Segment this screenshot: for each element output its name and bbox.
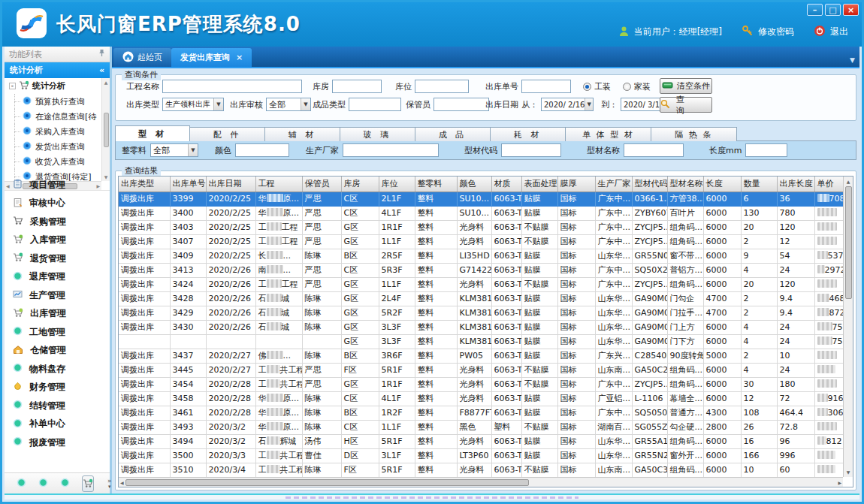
scroll-right-icon[interactable]: ▶ xyxy=(838,480,841,485)
overflow-chevron[interactable]: » ▾ xyxy=(107,478,112,490)
radio-gongzhuang[interactable] xyxy=(583,83,591,91)
location-input[interactable] xyxy=(415,80,469,93)
column-header[interactable]: 工程 xyxy=(255,177,302,192)
keeper-input[interactable] xyxy=(434,98,489,111)
table-row[interactable]: 调拨出库34092020/2/25长...陈琳B区2R5F整料LI35HD606… xyxy=(119,249,843,263)
minimize-button[interactable]: – xyxy=(807,4,823,16)
sidebar-item[interactable]: 退库管理 xyxy=(5,268,110,287)
tab-shipping-outbound-query[interactable]: 发货出库查询 × xyxy=(171,48,252,67)
tree-root[interactable]: - 统计分析 xyxy=(5,78,101,94)
sidebar-item[interactable]: 退货管理 xyxy=(5,249,110,268)
audit-select[interactable]: 全部▼ xyxy=(266,98,311,111)
tree-item[interactable]: 在途信息查询[待 xyxy=(5,109,101,124)
sidebar-item[interactable]: 财务管理 xyxy=(5,379,110,397)
table-row[interactable]: 调拨出库34072020/2/25工工程严思G区1L1F整料光身料6063-T5… xyxy=(119,234,843,249)
sidebar-item[interactable]: 补单中心 xyxy=(5,415,110,434)
column-header[interactable]: 生产厂家 xyxy=(595,177,632,192)
sidebar-section-stats[interactable]: 统计分析 « xyxy=(5,62,110,78)
table-row[interactable]: 调拨出库35002020/3/3工共工程曹佳D区3L1F整料LT3P606063… xyxy=(119,448,843,463)
sidebar-item[interactable]: 审核中心 xyxy=(5,195,110,213)
sidebar-item[interactable]: 物料盘存 xyxy=(5,360,110,379)
column-header[interactable]: 库位 xyxy=(379,177,415,192)
column-header[interactable]: 出库单号 xyxy=(170,177,206,192)
tree-vertical-scrollbar[interactable]: ▲ ▼ xyxy=(101,78,110,181)
column-header[interactable]: 出库长度 xyxy=(777,177,814,192)
date-from-picker[interactable]: 2020/ 2/16▼ xyxy=(541,98,594,111)
sidebar-item[interactable]: 项目管理 xyxy=(5,176,110,195)
table-row[interactable]: 调拨出库33992020/2/25华原...严思C区2L1F整料SU10...6… xyxy=(119,192,843,206)
column-header[interactable]: 整零料 xyxy=(415,177,457,192)
tree-item[interactable]: 预算执行查询 xyxy=(5,94,101,109)
length-input[interactable] xyxy=(745,143,787,157)
scroll-thumb[interactable] xyxy=(104,113,109,147)
table-row[interactable]: 调拨出库35102020/3/4工共工程陈琳F区5R1F整料光身料6063-T5… xyxy=(119,463,843,477)
column-header[interactable]: 表面处理 xyxy=(521,177,557,192)
table-row[interactable]: 调拨出库34282020/2/26石城陈琳G区2L4F整料KLM38176063… xyxy=(119,291,843,306)
project-name-input[interactable] xyxy=(162,80,302,93)
manufacturer-input[interactable] xyxy=(343,143,439,157)
column-header[interactable]: 出库日期 xyxy=(206,177,255,192)
profile-name-input[interactable] xyxy=(624,143,684,157)
clear-conditions-button[interactable]: 清空条件 xyxy=(660,78,712,94)
column-header[interactable]: 膜厚 xyxy=(557,177,595,192)
out-type-select[interactable]: 生产领料出库▼ xyxy=(162,98,224,111)
sidebar-item[interactable]: 结转管理 xyxy=(5,397,110,415)
table-row[interactable]: 调拨出库34242020/2/26工工程严思G区1L1F整料光身料6063-T5… xyxy=(119,277,843,291)
scroll-up-icon[interactable]: ▲ xyxy=(104,80,108,85)
tab-list-dropdown-icon[interactable]: ▼ xyxy=(850,56,855,64)
maximize-button[interactable]: □ xyxy=(825,4,841,16)
whole-part-select[interactable]: 全部▼ xyxy=(150,143,198,157)
table-vertical-scrollbar[interactable]: ▲ ▼ xyxy=(843,177,853,477)
close-button[interactable]: × xyxy=(843,4,859,16)
radio-jiazhuang[interactable] xyxy=(623,83,631,91)
column-header[interactable]: 出库类型 xyxy=(119,177,170,192)
scroll-thumb[interactable] xyxy=(845,186,852,299)
radio-gongzhuang-label[interactable]: 工装 xyxy=(594,81,611,92)
table-row[interactable]: 调拨出库34612020/2/28华原...陈琳B区1R2F整料F8877FT6… xyxy=(119,406,843,420)
tab-close-icon[interactable]: × xyxy=(236,53,243,62)
sidebar-item[interactable]: 入库管理 xyxy=(5,231,110,250)
table-row[interactable]: 调拨出库34932020/3/2华原...陈琳C区1L1F整料黑色塑料不贴膜国标… xyxy=(119,420,843,434)
dot-icon[interactable] xyxy=(38,478,48,490)
material-tab[interactable]: 耗 材 xyxy=(491,127,566,141)
table-horizontal-scrollbar[interactable]: ◀ ▶ xyxy=(119,477,843,487)
column-header[interactable]: 库房 xyxy=(341,177,379,192)
sidebar-item[interactable]: 仓储管理 xyxy=(5,342,110,361)
tree-item[interactable]: 收货入库查询 xyxy=(5,154,101,169)
profile-code-input[interactable] xyxy=(501,143,561,157)
scroll-left-icon[interactable]: ◀ xyxy=(120,480,124,485)
product-type-input[interactable] xyxy=(349,98,401,111)
scroll-thumb[interactable] xyxy=(125,479,530,486)
sidebar-item[interactable]: 生产管理 xyxy=(5,286,110,305)
dot-icon[interactable] xyxy=(60,478,70,490)
change-password-link[interactable]: 修改密码 xyxy=(758,26,794,38)
tab-home[interactable]: 起始页 xyxy=(113,48,171,67)
collapse-icon[interactable]: « xyxy=(99,65,104,75)
sidebar-item[interactable]: 工地管理 xyxy=(5,323,110,342)
sidebar-item[interactable]: 报废管理 xyxy=(5,433,110,452)
pin-icon[interactable] xyxy=(98,49,105,59)
column-header[interactable]: 颜色 xyxy=(457,177,491,192)
tree-item[interactable]: 采购入库查询 xyxy=(5,124,101,139)
search-button[interactable]: 查 询 xyxy=(660,97,712,113)
table-row[interactable]: 调拨出库34292020/2/26石城陈琳G区5R2F整料KLM38176063… xyxy=(119,306,843,320)
warehouse-input[interactable] xyxy=(332,80,382,93)
table-row[interactable]: 调拨出库34032020/2/25工工程严思G区1R1F整料光身料6063-T5… xyxy=(119,220,843,234)
table-row[interactable]: 调拨出库34582020/2/28华原...陈琳C区4L1F整料光身料6063-… xyxy=(119,391,843,406)
table-row[interactable]: 调拨出库34542020/2/28工共工程严思G区1R1F整料光身料6063-T… xyxy=(119,377,843,391)
column-header[interactable]: 长度 xyxy=(703,177,741,192)
scroll-down-icon[interactable]: ▼ xyxy=(847,467,850,477)
dot-icon[interactable] xyxy=(17,478,26,490)
table-row[interactable]: 调拨出库34372020/2/27佛...陈琳B区3R6F整料PW056063-… xyxy=(119,349,843,363)
table-row[interactable]: 调拨出库34942020/3/2石辉城汤伟H区5R1F整料光身料6063-T5贴… xyxy=(119,434,843,448)
material-tab[interactable]: 配 件 xyxy=(190,127,265,141)
column-header[interactable]: 型材名称 xyxy=(667,177,703,192)
column-header[interactable]: 型材代码 xyxy=(632,177,667,192)
cart-shortcut-button[interactable] xyxy=(82,475,94,492)
table-row[interactable]: 调拨出库34132020/2/26南...严思C区5R3F整料G71422606… xyxy=(119,263,843,277)
column-header[interactable]: 数量 xyxy=(741,177,777,192)
column-header[interactable]: 保管员 xyxy=(302,177,341,192)
logout-link[interactable]: 退出 xyxy=(830,26,848,38)
material-tab[interactable]: 玻 璃 xyxy=(340,127,415,141)
table-row[interactable]: 调拨出库34002020/2/25华原...严思C区4L1F整料SU10...6… xyxy=(119,206,843,220)
